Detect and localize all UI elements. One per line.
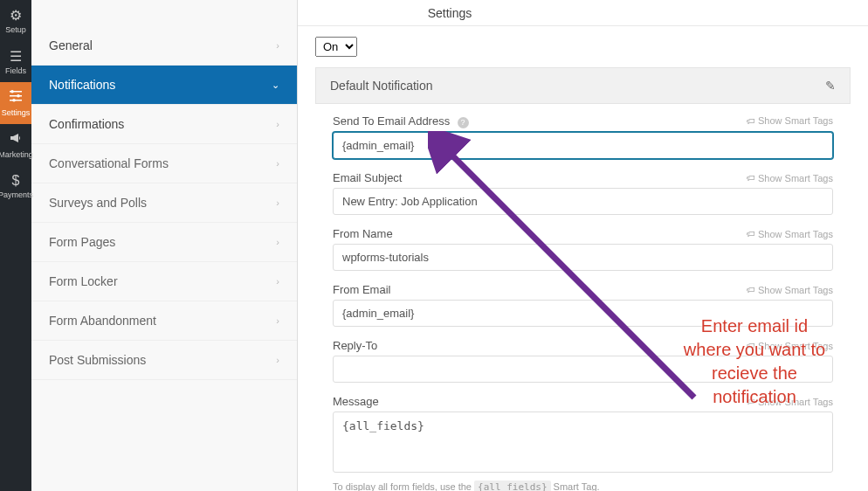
sidebar-item-general[interactable]: General › bbox=[31, 26, 297, 66]
admin-sidebar: ⚙ Setup ☰ Fields Settings Marketing $ Pa… bbox=[0, 0, 31, 491]
chevron-right-icon: › bbox=[276, 315, 279, 326]
sidebar-item-notifications[interactable]: Notifications ⌄ bbox=[31, 66, 297, 105]
chevron-right-icon: › bbox=[276, 40, 279, 51]
from-email-input[interactable] bbox=[333, 300, 833, 327]
bullhorn-icon bbox=[9, 131, 23, 149]
chevron-right-icon: › bbox=[276, 119, 279, 129]
send-to-input[interactable] bbox=[333, 132, 833, 159]
message-hint: To display all form fields, use the {all… bbox=[333, 481, 833, 491]
from-name-label: From Name bbox=[333, 227, 393, 240]
tag-icon: 🏷 bbox=[747, 397, 755, 406]
admin-item-fields[interactable]: ☰ Fields bbox=[0, 41, 31, 82]
notification-section-header: Default Notification ✎ bbox=[315, 67, 851, 104]
reply-to-label: Reply-To bbox=[333, 339, 377, 352]
tag-icon: 🏷 bbox=[747, 116, 755, 126]
sliders-icon bbox=[9, 89, 23, 107]
help-icon[interactable]: ? bbox=[458, 117, 469, 128]
chevron-right-icon: › bbox=[276, 197, 279, 208]
sidebar-item-conversational[interactable]: Conversational Forms › bbox=[31, 144, 297, 183]
gear-icon: ⚙ bbox=[10, 7, 22, 24]
message-textarea[interactable] bbox=[333, 411, 833, 473]
page-title: Settings bbox=[428, 6, 472, 20]
from-email-label: From Email bbox=[333, 283, 390, 296]
message-label: Message bbox=[333, 395, 379, 408]
subject-input[interactable] bbox=[333, 188, 833, 215]
reply-to-input[interactable] bbox=[333, 356, 833, 383]
chevron-right-icon: › bbox=[276, 355, 279, 365]
smart-tags-link[interactable]: 🏷 Show Smart Tags bbox=[747, 341, 833, 351]
tag-icon: 🏷 bbox=[747, 285, 755, 294]
svg-point-5 bbox=[12, 99, 16, 102]
sidebar-item-form-pages[interactable]: Form Pages › bbox=[31, 223, 297, 262]
chevron-right-icon: › bbox=[276, 158, 279, 169]
content-area: On Default Notification ✎ Send To Email … bbox=[298, 26, 868, 491]
settings-sidebar: General › Notifications ⌄ Confirmations … bbox=[31, 0, 298, 491]
admin-item-payments[interactable]: $ Payments bbox=[0, 166, 31, 206]
from-name-input[interactable] bbox=[333, 244, 833, 271]
notifications-toggle-row: On bbox=[298, 26, 868, 67]
svg-rect-1 bbox=[10, 95, 22, 97]
edit-icon[interactable]: ✎ bbox=[825, 79, 836, 93]
sidebar-item-surveys[interactable]: Surveys and Polls › bbox=[31, 183, 297, 223]
sidebar-item-form-abandonment[interactable]: Form Abandonment › bbox=[31, 301, 297, 341]
chevron-down-icon: ⌄ bbox=[272, 80, 279, 91]
subject-label: Email Subject bbox=[333, 171, 402, 184]
chevron-right-icon: › bbox=[276, 237, 279, 247]
svg-point-4 bbox=[17, 94, 20, 98]
tag-icon: 🏷 bbox=[747, 229, 755, 239]
admin-item-settings[interactable]: Settings bbox=[0, 82, 31, 124]
admin-item-marketing[interactable]: Marketing bbox=[0, 124, 31, 166]
sidebar-item-form-locker[interactable]: Form Locker › bbox=[31, 262, 297, 301]
chevron-right-icon: › bbox=[276, 276, 279, 287]
svg-rect-2 bbox=[10, 100, 22, 101]
tag-icon: 🏷 bbox=[747, 341, 755, 350]
sidebar-item-post-submissions[interactable]: Post Submissions › bbox=[31, 341, 297, 380]
smart-tags-link[interactable]: 🏷 Show Smart Tags bbox=[747, 173, 833, 183]
sidebar-item-confirmations[interactable]: Confirmations › bbox=[31, 105, 297, 144]
send-to-label: Send To Email Address bbox=[333, 114, 450, 128]
smart-tags-link[interactable]: 🏷 Show Smart Tags bbox=[747, 229, 833, 239]
smart-tags-link[interactable]: 🏷 Show Smart Tags bbox=[747, 285, 833, 295]
smart-tags-link[interactable]: 🏷 Show Smart Tags bbox=[747, 397, 833, 407]
list-icon: ☰ bbox=[10, 48, 22, 65]
admin-item-setup[interactable]: ⚙ Setup bbox=[0, 0, 31, 41]
svg-point-3 bbox=[10, 90, 14, 93]
notifications-toggle[interactable]: On bbox=[315, 37, 357, 57]
dollar-icon: $ bbox=[12, 173, 20, 189]
tag-icon: 🏷 bbox=[747, 173, 755, 183]
smart-tags-link[interactable]: 🏷 Show Smart Tags bbox=[747, 115, 833, 126]
